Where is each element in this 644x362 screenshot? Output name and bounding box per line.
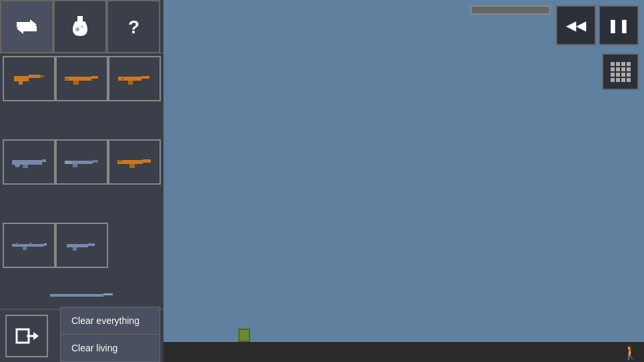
grid-toggle-button[interactable]: [602, 53, 639, 90]
svg-text:?: ?: [128, 17, 139, 37]
weapon-cell-sniper[interactable]: [3, 223, 55, 268]
sidebar: ?: [0, 0, 164, 362]
top-right-controls: ◀◀ ❚❚: [551, 0, 644, 51]
sidebar-bottom: Clear everything Clear living: [0, 309, 164, 362]
swap-button[interactable]: [0, 0, 53, 53]
svg-rect-7: [29, 75, 41, 78]
exit-button[interactable]: [5, 315, 48, 357]
svg-rect-38: [50, 294, 103, 297]
game-entity: [238, 329, 250, 342]
svg-rect-12: [73, 81, 79, 85]
svg-rect-13: [65, 78, 69, 80]
weapon-cell-shotgun[interactable]: [55, 139, 108, 185]
weapon-grid: [0, 53, 164, 309]
svg-rect-31: [44, 243, 47, 245]
svg-point-4: [81, 25, 83, 28]
svg-rect-33: [16, 243, 19, 245]
clear-living-button[interactable]: Clear living: [61, 335, 159, 361]
partial-weapon-item: [5, 282, 158, 309]
svg-rect-15: [141, 76, 149, 79]
svg-point-21: [15, 162, 20, 167]
weapon-cell-smg2[interactable]: [55, 223, 108, 268]
svg-point-3: [75, 27, 79, 31]
potion-button[interactable]: [53, 0, 107, 53]
svg-rect-34: [29, 243, 31, 245]
weapon-cell-lmg[interactable]: [3, 139, 55, 185]
svg-rect-23: [93, 160, 98, 163]
svg-rect-24: [73, 164, 77, 167]
svg-rect-32: [23, 247, 27, 250]
svg-marker-42: [33, 332, 39, 340]
svg-rect-36: [88, 243, 95, 246]
rewind-button[interactable]: ◀◀: [556, 5, 596, 45]
svg-rect-6: [14, 76, 29, 81]
weapon-cell-rifle[interactable]: [55, 56, 108, 101]
svg-rect-20: [23, 165, 28, 168]
svg-rect-9: [40, 75, 44, 77]
svg-rect-27: [143, 159, 151, 163]
main-game-area[interactable]: ◀◀ ❚❚ 🚶: [164, 0, 644, 362]
svg-rect-16: [128, 81, 133, 85]
svg-rect-19: [42, 159, 46, 162]
person-icon: 🚶: [622, 345, 639, 361]
grid-icon: [611, 62, 631, 82]
svg-rect-39: [103, 293, 113, 295]
svg-rect-11: [91, 76, 98, 79]
svg-rect-37: [73, 247, 77, 251]
clear-everything-button[interactable]: Clear everything: [61, 307, 159, 335]
help-button[interactable]: ?: [107, 0, 160, 53]
svg-rect-8: [19, 81, 23, 85]
weapon-cell-pistol[interactable]: [3, 56, 55, 101]
context-menu: Clear everything Clear living: [60, 307, 160, 362]
svg-rect-2: [77, 16, 83, 21]
svg-rect-17: [121, 78, 124, 81]
svg-rect-29: [119, 160, 122, 162]
svg-rect-35: [67, 244, 88, 247]
svg-rect-28: [129, 164, 135, 168]
toolbar: ?: [0, 0, 164, 53]
progress-bar: [470, 5, 551, 15]
ground: [164, 342, 644, 362]
weapon-cell-ar2[interactable]: [108, 139, 161, 185]
weapon-cell-smg[interactable]: [108, 56, 161, 101]
progress-area: [470, 5, 551, 15]
pause-button[interactable]: ❚❚: [599, 5, 639, 45]
svg-rect-25: [65, 161, 71, 164]
